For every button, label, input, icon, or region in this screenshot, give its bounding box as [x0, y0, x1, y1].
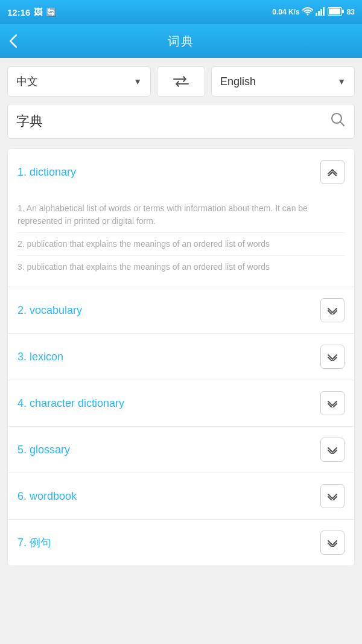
battery-icon [328, 7, 345, 18]
photo-icon: 🖼 [34, 7, 42, 17]
expand-button-3[interactable] [320, 345, 345, 369]
result-header-3[interactable]: 3. lexicon [8, 334, 354, 380]
result-header-7[interactable]: 7. 例句 [8, 520, 354, 566]
wifi-icon [302, 7, 313, 18]
collapse-button-1[interactable] [320, 160, 345, 184]
search-input[interactable] [16, 113, 330, 129]
definition-1-1: 1. An alphabetical list of words or term… [17, 197, 345, 233]
definition-1-2: 2. publication that explains the meaning… [17, 233, 345, 256]
result-title-7: 7. 例句 [17, 535, 51, 550]
results-list: 1. dictionary 1. An alphabetical list of… [7, 148, 355, 566]
status-time: 12:16 [7, 7, 30, 18]
result-title-6: 6. wordbook [17, 490, 77, 503]
page-title: 词典 [168, 33, 194, 49]
result-item-1: 1. dictionary 1. An alphabetical list of… [8, 149, 354, 287]
signal-icon [316, 7, 325, 18]
result-item-4: 4. character dictionary [8, 380, 354, 427]
network-speed: 0.04 K/s [272, 8, 299, 16]
source-language-selector[interactable]: 中文 ▼ [7, 66, 151, 97]
expand-button-5[interactable] [320, 438, 345, 462]
search-icon[interactable] [330, 112, 346, 132]
target-language-label: English [220, 75, 256, 88]
sync-icon: 🔄 [46, 7, 56, 17]
result-header-6[interactable]: 6. wordbook [8, 473, 354, 519]
result-item-2: 2. vocabulary [8, 287, 354, 334]
svg-rect-1 [318, 11, 320, 16]
expand-button-4[interactable] [320, 391, 345, 415]
result-header-1[interactable]: 1. dictionary [8, 149, 354, 195]
result-header-4[interactable]: 4. character dictionary [8, 380, 354, 426]
target-lang-arrow-icon: ▼ [337, 77, 346, 86]
result-header-2[interactable]: 2. vocabulary [8, 287, 354, 333]
search-bar[interactable] [7, 104, 355, 139]
main-content: 中文 ▼ English ▼ 1. dictionary [0, 58, 362, 575]
svg-rect-2 [320, 9, 322, 16]
status-right: 0.04 K/s 83 [272, 7, 355, 18]
definition-1-3: 3. publication that explains the meaning… [17, 256, 345, 278]
result-item-5: 5. glossary [8, 427, 354, 473]
result-item-3: 3. lexicon [8, 334, 354, 380]
definitions-1: 1. An alphabetical list of words or term… [8, 195, 354, 287]
expand-button-7[interactable] [320, 531, 345, 555]
result-header-5[interactable]: 5. glossary [8, 427, 354, 473]
result-title-5: 5. glossary [17, 444, 70, 456]
result-item-7: 7. 例句 [8, 520, 354, 566]
result-title-3: 3. lexicon [17, 351, 63, 363]
header: 词典 [0, 24, 362, 58]
status-bar: 12:16 🖼 🔄 0.04 K/s 83 [0, 0, 362, 24]
svg-rect-3 [323, 7, 325, 16]
status-left: 12:16 🖼 🔄 [7, 7, 56, 18]
expand-button-2[interactable] [320, 298, 345, 322]
result-item-6: 6. wordbook [8, 473, 354, 520]
target-language-selector[interactable]: English ▼ [211, 66, 355, 97]
source-language-label: 中文 [16, 74, 38, 89]
swap-language-button[interactable] [157, 66, 205, 97]
source-lang-arrow-icon: ▼ [133, 77, 142, 86]
back-button[interactable] [10, 34, 17, 48]
result-title-1: 1. dictionary [17, 166, 76, 179]
expand-button-6[interactable] [320, 484, 345, 508]
result-title-4: 4. character dictionary [17, 397, 124, 410]
language-selector-row: 中文 ▼ English ▼ [7, 66, 355, 97]
svg-rect-0 [316, 13, 317, 16]
battery-level: 83 [347, 8, 355, 16]
svg-rect-5 [329, 8, 340, 14]
result-title-2: 2. vocabulary [17, 304, 82, 317]
svg-rect-6 [342, 10, 344, 13]
